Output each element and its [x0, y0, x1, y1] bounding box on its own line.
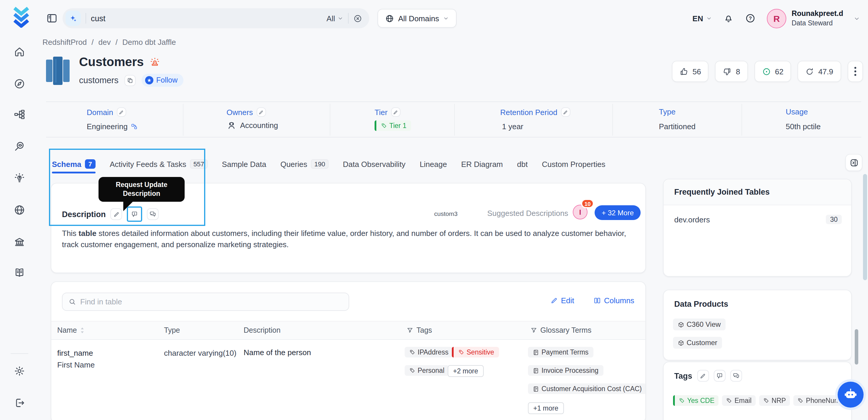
dislikes-button[interactable]: 8 — [715, 61, 748, 82]
assistant-chat-button[interactable] — [835, 379, 866, 410]
logout-icon[interactable] — [13, 397, 25, 409]
comments-icon[interactable] — [147, 208, 159, 220]
compass-icon[interactable] — [13, 78, 25, 90]
col-header-name[interactable]: Name — [57, 326, 85, 334]
page-scrollbar[interactable] — [863, 174, 867, 280]
help-icon[interactable]: ? — [745, 13, 756, 24]
tab-er-diagram[interactable]: ER Diagram — [461, 159, 503, 169]
search-icon — [68, 298, 76, 305]
glossary-pill[interactable]: Customer Acquisition Cost (CAC) — [528, 384, 646, 394]
breadcrumb-item[interactable]: RedshiftProd — [42, 38, 87, 47]
discover-icon[interactable] — [13, 140, 25, 152]
columns-button[interactable]: Columns — [593, 296, 634, 305]
insights-icon[interactable] — [13, 172, 25, 184]
description-text: This table stores detailed information a… — [62, 228, 627, 250]
edit-pencil-icon[interactable] — [561, 107, 570, 117]
data-product-pill[interactable]: C360 View — [673, 319, 725, 330]
sort-icon[interactable] — [80, 326, 85, 334]
language-selector[interactable]: EN — [692, 14, 712, 23]
col-header-type[interactable]: Type — [164, 326, 180, 334]
tab-queries[interactable]: Queries190 — [280, 159, 329, 169]
col-header-tags[interactable]: Tags — [406, 326, 432, 334]
edit-pencil-icon[interactable] — [257, 107, 266, 117]
domain-value[interactable]: Engineering — [87, 122, 138, 131]
tag-icon — [409, 367, 415, 373]
ai-sparkle-icon[interactable] — [65, 11, 81, 26]
lineage-icon[interactable] — [13, 109, 25, 120]
request-tag-icon[interactable] — [713, 370, 725, 382]
governance-icon[interactable] — [13, 236, 25, 248]
col-header-glossary[interactable]: Glossary Terms — [530, 326, 591, 334]
edit-pencil-icon[interactable] — [117, 107, 126, 117]
edit-tags-icon[interactable] — [697, 370, 709, 382]
breadcrumb-item[interactable]: Demo dbt Jaffle — [122, 38, 176, 47]
retention-value: 1 year — [502, 122, 523, 131]
filter-icon[interactable] — [406, 327, 413, 334]
search-input[interactable]: cust — [91, 14, 105, 23]
global-search-bar[interactable]: cust All — [63, 8, 369, 28]
sidebar-toggle-icon[interactable] — [46, 12, 58, 24]
tag-pill-sensitive[interactable]: Sensitive — [452, 347, 499, 357]
panel-scrollbar[interactable] — [855, 329, 858, 365]
edit-description-icon[interactable] — [111, 208, 122, 220]
filter-icon[interactable] — [530, 327, 537, 334]
tier-chip[interactable]: Tier 1 — [375, 120, 411, 131]
tag-pill[interactable]: Personal — [405, 365, 449, 376]
left-sidebar — [0, 0, 39, 420]
joined-table-item[interactable]: dev.orders 30 — [663, 205, 851, 224]
more-glossary-pill[interactable]: +1 more — [528, 402, 564, 414]
home-icon[interactable] — [13, 46, 25, 58]
tab-lineage[interactable]: Lineage — [420, 159, 447, 169]
glossary-book-icon[interactable] — [13, 267, 25, 278]
collapse-panel-button[interactable] — [845, 154, 862, 171]
find-in-table-input[interactable]: Find in table — [62, 293, 349, 311]
freshness-button[interactable]: 47.9 — [798, 61, 841, 82]
tab-data-observability[interactable]: Data Observability — [343, 159, 405, 169]
data-products-card: Data Products C360 View Customer — [663, 290, 852, 360]
tab-custom-properties[interactable]: Custom Properties — [542, 159, 605, 169]
tab-dbt[interactable]: dbt — [517, 159, 528, 169]
col-header-description[interactable]: Description — [244, 326, 280, 334]
thumbs-up-icon — [680, 67, 688, 76]
group-icon — [226, 120, 237, 130]
table-header-row: Name Type Description Tags Glossary Term… — [51, 321, 645, 340]
suggested-descriptions-label[interactable]: Suggested Descriptions — [487, 209, 568, 218]
user-menu[interactable]: R Rounakpreet.d Data Steward — [767, 8, 860, 28]
clear-search-icon[interactable] — [353, 14, 362, 23]
notifications-bell-icon[interactable] — [723, 13, 734, 24]
tag-pill[interactable]: Email — [722, 395, 756, 406]
edit-button[interactable]: Edit — [550, 296, 574, 305]
app-logo[interactable] — [12, 5, 31, 30]
column-name[interactable]: first_name — [57, 349, 93, 357]
all-domains-button[interactable]: All Domains — [377, 9, 457, 28]
follow-button[interactable]: ★ Follow — [142, 74, 183, 87]
tab-activity-feeds[interactable]: Activity Feeds & Tasks557 — [110, 159, 208, 169]
likes-button[interactable]: 56 — [672, 61, 709, 82]
copy-icon[interactable] — [124, 74, 136, 86]
more-tags-pill[interactable]: +2 more — [448, 365, 484, 377]
tag-pill[interactable]: IPAddress — [405, 347, 453, 357]
tag-pill[interactable]: NRP — [759, 395, 790, 406]
description-label: Description — [62, 210, 106, 218]
glossary-pill[interactable]: Payment Terms — [528, 347, 593, 357]
owners-value[interactable]: Accounting — [226, 120, 278, 130]
tab-bar: Schema7 Activity Feeds & Tasks557 Sample… — [52, 155, 606, 173]
tag-icon — [679, 398, 685, 403]
suggested-count-badge: 10 — [581, 199, 594, 208]
breadcrumb-item[interactable]: dev — [98, 38, 111, 47]
web-icon[interactable] — [13, 204, 25, 216]
watchers-button[interactable]: 62 — [754, 61, 791, 82]
search-scope-dropdown[interactable]: All — [327, 14, 343, 23]
alert-siren-icon[interactable] — [150, 57, 160, 67]
suggested-more-button[interactable]: + 32 More — [595, 205, 641, 220]
glossary-pill[interactable]: Invoice Processing — [528, 365, 603, 376]
tag-comments-icon[interactable] — [730, 370, 742, 382]
tab-schema[interactable]: Schema7 — [52, 159, 96, 169]
tag-pill-yes-cde[interactable]: Yes CDE — [673, 395, 719, 406]
tab-sample-data[interactable]: Sample Data — [222, 159, 266, 169]
edit-pencil-icon[interactable] — [391, 107, 401, 117]
column-type: character varying(10) — [164, 349, 237, 357]
kebab-menu-button[interactable] — [847, 61, 863, 82]
data-product-pill[interactable]: Customer — [673, 337, 722, 349]
settings-gear-icon[interactable] — [13, 365, 25, 377]
